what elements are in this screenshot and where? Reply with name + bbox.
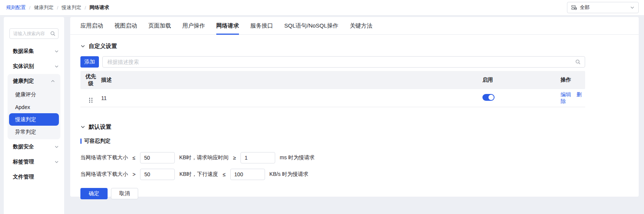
sidebar-item-label: Apdex [15, 104, 30, 110]
sidebar-item-entity-recognition[interactable]: 实体识别 [4, 59, 64, 74]
toggle-knob [488, 95, 494, 100]
tab-view-launch[interactable]: 视图启动 [114, 17, 137, 34]
main-panel: 应用启动 视图启动 页面加载 用户操作 网络请求 服务接口 SQL语句/NoSQ… [70, 17, 639, 197]
column-header-priority: 优先级 [80, 73, 101, 87]
tab-page-load[interactable]: 页面加载 [148, 17, 171, 34]
rule-suffix: KB/s 时为慢请求 [270, 171, 308, 178]
response-time-input[interactable] [240, 152, 275, 163]
tab-user-action[interactable]: 用户操作 [182, 17, 205, 34]
chevron-down-icon [54, 49, 59, 54]
rule-middle: KB时，请求响应时间 [179, 154, 229, 161]
sidebar-item-apdex[interactable]: Apdex [9, 101, 59, 113]
rule-suffix: ms 时为慢请求 [280, 154, 315, 161]
table-row: 11 编辑 删除 [80, 89, 585, 107]
breadcrumb-health-judgment[interactable]: 健康判定 [34, 4, 54, 11]
sidebar-item-tag-management[interactable]: 标签管理 [4, 154, 64, 169]
scope-select[interactable]: 全部 [567, 2, 639, 13]
accent-bar [80, 139, 82, 144]
sidebar-item-label: 健康评分 [15, 91, 36, 98]
cancel-button[interactable]: 取消 [111, 188, 138, 199]
sidebar-menu: 数据采集 实体识别 健康判定 健康评分 Apdex 慢速判定 异常判定 [4, 44, 64, 185]
sidebar-item-health-score[interactable]: 健康评分 [9, 88, 59, 101]
tab-app-launch[interactable]: 应用启动 [80, 17, 103, 34]
column-header-enabled: 启用 [482, 77, 561, 83]
sidebar-item-label: 健康判定 [13, 78, 34, 85]
main-content: 自定义设置 添加 优先级 描述 启用 操作 11 [70, 43, 585, 199]
default-settings-header: 默认设置 [80, 123, 585, 131]
breadcrumb-network-request: 网络请求 [89, 4, 109, 11]
sidebar-item-data-collection[interactable]: 数据采集 [4, 44, 64, 59]
add-button[interactable]: 添加 [80, 56, 99, 68]
sidebar-item-label: 慢速判定 [15, 116, 36, 123]
download-size-input[interactable] [140, 169, 175, 180]
chevron-down-icon [630, 5, 635, 10]
subsection-title: 可容忍判定 [84, 138, 111, 145]
rule-operator: > [132, 171, 136, 177]
rule-operator: ≤ [132, 155, 136, 161]
breadcrumb-separator: / [57, 5, 59, 11]
sidebar-item-slow-judgment[interactable]: 慢速判定 [9, 113, 59, 126]
drag-handle-icon[interactable] [89, 98, 93, 103]
breadcrumb-slow-judgment[interactable]: 慢速判定 [62, 4, 81, 11]
search-icon[interactable] [575, 59, 581, 65]
tolerable-judgment-subsection: 可容忍判定 [80, 138, 585, 145]
rule-operator: ≤ [223, 171, 226, 177]
tabbar: 应用启动 视图启动 页面加载 用户操作 网络请求 服务接口 SQL语句/NoSQ… [70, 17, 639, 35]
chevron-down-icon[interactable] [80, 125, 85, 129]
breadcrumb-separator: / [85, 5, 86, 11]
chevron-down-icon [54, 64, 59, 69]
breadcrumb-rules-config[interactable]: 规则配置 [6, 4, 26, 11]
sidebar-item-label: 数据采集 [13, 48, 34, 55]
section-title: 自定义设置 [89, 43, 117, 50]
slow-rule-size-response: 当网络请求下载大小 ≤ KB时，请求响应时间 ≥ ms 时为慢请求 [80, 152, 585, 163]
sidebar-item-data-security[interactable]: 数据安全 [4, 139, 64, 154]
custom-rules-table: 优先级 描述 启用 操作 11 编辑 删除 [80, 71, 585, 107]
tab-service-interface[interactable]: 服务接口 [250, 17, 273, 34]
tab-network-request[interactable]: 网络请求 [216, 17, 239, 34]
table-header-row: 优先级 描述 启用 操作 [80, 71, 585, 89]
sidebar-item-label: 异常判定 [15, 129, 36, 135]
chevron-down-icon[interactable] [80, 44, 85, 49]
custom-settings-header: 自定义设置 [80, 43, 585, 50]
download-size-input[interactable] [140, 152, 175, 163]
slow-rule-size-speed: 当网络请求下载大小 > KB时，下行速度 ≤ KB/s 时为慢请求 [80, 169, 585, 180]
sidebar: 数据采集 实体识别 健康判定 健康评分 Apdex 慢速判定 异常判定 [4, 17, 64, 214]
topbar: 规则配置 / 健康判定 / 慢速判定 / 网络请求 全部 [0, 0, 644, 15]
sidebar-group-health-judgment: 健康判定 健康评分 Apdex 慢速判定 异常判定 [8, 74, 60, 139]
sidebar-item-file-management[interactable]: 文件管理 [4, 169, 64, 185]
server-stack-icon [571, 5, 577, 11]
sidebar-search [9, 28, 59, 39]
description-search-input[interactable] [102, 56, 585, 68]
column-header-description: 描述 [101, 77, 482, 83]
sidebar-item-label: 标签管理 [13, 159, 34, 165]
section-title: 默认设置 [89, 123, 111, 131]
tab-key-method[interactable]: 关键方法 [350, 17, 372, 34]
custom-settings-toolbar: 添加 [80, 56, 585, 68]
chevron-up-icon [51, 79, 55, 83]
sidebar-item-label: 数据安全 [13, 143, 34, 150]
confirm-button[interactable]: 确定 [80, 188, 108, 199]
tab-sql-nosql[interactable]: SQL语句/NoSQL操作 [284, 17, 338, 34]
sidebar-item-label: 实体识别 [13, 63, 34, 70]
breadcrumb-separator: / [29, 5, 31, 11]
rule-operator: ≥ [233, 155, 236, 161]
download-speed-input[interactable] [230, 169, 265, 180]
rule-prefix: 当网络请求下载大小 [80, 154, 128, 161]
scope-select-value: 全部 [580, 4, 590, 11]
edit-link[interactable]: 编辑 [561, 91, 571, 97]
sidebar-item-health-judgment[interactable]: 健康判定 [9, 74, 59, 88]
chevron-down-icon [54, 145, 59, 149]
chevron-down-icon [54, 160, 59, 164]
description-search [102, 56, 585, 68]
enable-toggle[interactable] [482, 94, 495, 101]
breadcrumb: 规则配置 / 健康判定 / 慢速判定 / 网络请求 [6, 4, 109, 11]
sidebar-item-abnormal-judgment[interactable]: 异常判定 [9, 126, 59, 138]
row-description: 11 [101, 95, 482, 101]
rule-middle: KB时，下行速度 [179, 171, 218, 178]
form-footer: 确定 取消 [80, 188, 585, 199]
search-icon[interactable] [50, 31, 55, 36]
sidebar-item-label: 文件管理 [13, 174, 34, 180]
column-header-actions: 操作 [561, 77, 585, 83]
rule-prefix: 当网络请求下载大小 [80, 171, 128, 178]
